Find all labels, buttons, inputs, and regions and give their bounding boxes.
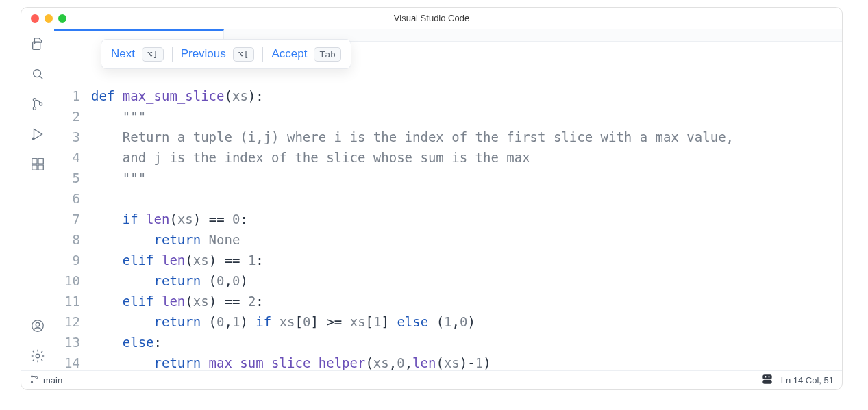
line-number: 10 bbox=[54, 270, 91, 291]
svg-point-17 bbox=[768, 376, 769, 378]
line-number: 12 bbox=[54, 311, 91, 332]
code-line[interactable]: 8 return None bbox=[54, 229, 842, 250]
code-content[interactable]: and j is the index of the slice whose su… bbox=[91, 147, 530, 168]
code-content[interactable]: def max_sum_slice(xs): bbox=[91, 86, 264, 106]
line-column-indicator[interactable]: Ln 14 Col, 51 bbox=[781, 375, 834, 385]
code-line[interactable]: 5 """ bbox=[54, 168, 842, 188]
code-content[interactable]: if len(xs) == 0: bbox=[91, 209, 248, 229]
svg-point-14 bbox=[31, 381, 32, 383]
code-line[interactable]: 7 if len(xs) == 0: bbox=[54, 209, 842, 229]
svg-point-1 bbox=[34, 70, 41, 77]
window-title: Visual Studio Code bbox=[21, 13, 842, 23]
maximize-window-button[interactable] bbox=[58, 14, 66, 23]
svg-rect-7 bbox=[32, 165, 37, 170]
suggest-accept-button[interactable]: Accept bbox=[271, 47, 307, 61]
code-content[interactable]: """ bbox=[91, 106, 146, 127]
separator bbox=[172, 47, 173, 62]
line-number: 3 bbox=[54, 127, 91, 147]
line-number: 4 bbox=[54, 147, 91, 168]
svg-rect-6 bbox=[32, 159, 37, 164]
code-content[interactable]: elif len(xs) == 2: bbox=[91, 291, 264, 311]
code-line[interactable]: 3 Return a tuple (i,j) where i is the in… bbox=[54, 127, 842, 147]
code-content[interactable]: return (0,1) if xs[0] >= xs[1] else (1,0… bbox=[91, 311, 475, 332]
line-number: 7 bbox=[54, 209, 91, 229]
account-icon[interactable] bbox=[29, 317, 47, 335]
status-bar: main Ln 14 Col, 51 bbox=[21, 370, 842, 389]
line-number: 8 bbox=[54, 229, 91, 250]
explorer-icon[interactable] bbox=[29, 35, 47, 53]
close-window-button[interactable] bbox=[31, 14, 39, 23]
code-line[interactable]: 13 else: bbox=[54, 332, 842, 353]
code-content[interactable]: return (0,0) bbox=[91, 270, 248, 291]
source-control-icon[interactable] bbox=[29, 95, 47, 113]
svg-rect-9 bbox=[38, 159, 43, 164]
extensions-icon[interactable] bbox=[29, 155, 47, 173]
code-line[interactable]: 9 elif len(xs) == 1: bbox=[54, 250, 842, 270]
line-number: 9 bbox=[54, 250, 91, 270]
activity-bar bbox=[21, 29, 54, 370]
suggest-next-key: ⌥] bbox=[142, 47, 164, 62]
code-content[interactable]: return None bbox=[91, 229, 240, 250]
run-debug-icon[interactable] bbox=[29, 125, 47, 143]
line-number: 1 bbox=[54, 86, 91, 106]
minimize-window-button[interactable] bbox=[45, 14, 53, 23]
code-editor[interactable]: 1def max_sum_slice(xs):2 """3 Return a t… bbox=[54, 42, 842, 370]
code-line[interactable]: 6 bbox=[54, 188, 842, 209]
svg-point-4 bbox=[40, 103, 42, 105]
vscode-window: Visual Studio Code bbox=[21, 7, 843, 390]
code-line[interactable]: 11 elif len(xs) == 2: bbox=[54, 291, 842, 311]
code-line[interactable]: 10 return (0,0) bbox=[54, 270, 842, 291]
code-line[interactable]: 12 return (0,1) if xs[0] >= xs[1] else (… bbox=[54, 311, 842, 332]
editor-area: Next ⌥] Previous ⌥[ Accept Tab 1def max_… bbox=[54, 29, 842, 370]
svg-point-2 bbox=[33, 99, 36, 101]
svg-point-3 bbox=[33, 107, 36, 110]
svg-point-11 bbox=[36, 322, 40, 326]
suggest-previous-key: ⌥[ bbox=[233, 47, 255, 62]
code-content[interactable]: elif len(xs) == 1: bbox=[91, 250, 264, 270]
search-icon[interactable] bbox=[29, 65, 47, 83]
window-body: Next ⌥] Previous ⌥[ Accept Tab 1def max_… bbox=[21, 29, 842, 370]
svg-point-5 bbox=[32, 138, 35, 140]
titlebar: Visual Studio Code bbox=[21, 8, 842, 29]
git-branch-name: main bbox=[43, 375, 62, 385]
line-number: 14 bbox=[54, 353, 91, 370]
suggest-previous-button[interactable]: Previous bbox=[181, 47, 226, 61]
git-branch-indicator[interactable]: main bbox=[29, 374, 62, 386]
code-line[interactable]: 4 and j is the index of the slice whose … bbox=[54, 147, 842, 168]
svg-rect-0 bbox=[33, 42, 40, 49]
branch-icon bbox=[29, 374, 39, 386]
line-number: 11 bbox=[54, 291, 91, 311]
traffic-lights bbox=[21, 14, 66, 23]
line-number: 5 bbox=[54, 168, 91, 188]
code-content[interactable]: """ bbox=[91, 168, 146, 188]
line-number: 2 bbox=[54, 106, 91, 127]
code-content[interactable]: return max_sum_slice_helper(xs,0,len(xs)… bbox=[91, 353, 491, 370]
code-line[interactable]: 14 return max_sum_slice_helper(xs,0,len(… bbox=[54, 353, 842, 370]
suggest-accept-key: Tab bbox=[314, 47, 340, 62]
inline-suggest-toolbar: Next ⌥] Previous ⌥[ Accept Tab bbox=[101, 39, 351, 69]
svg-point-12 bbox=[36, 354, 40, 358]
suggest-next-button[interactable]: Next bbox=[111, 47, 135, 61]
svg-rect-8 bbox=[38, 165, 43, 170]
line-number: 13 bbox=[54, 332, 91, 353]
code-content[interactable]: else: bbox=[91, 332, 162, 353]
code-content[interactable]: Return a tuple (i,j) where i is the inde… bbox=[91, 127, 734, 147]
code-line[interactable]: 1def max_sum_slice(xs): bbox=[54, 86, 842, 106]
line-number: 6 bbox=[54, 188, 91, 209]
svg-point-16 bbox=[765, 376, 766, 378]
gear-icon[interactable] bbox=[29, 347, 47, 365]
code-line[interactable]: 2 """ bbox=[54, 106, 842, 127]
svg-point-13 bbox=[31, 376, 32, 377]
separator bbox=[262, 47, 263, 62]
copilot-icon[interactable] bbox=[760, 372, 774, 388]
